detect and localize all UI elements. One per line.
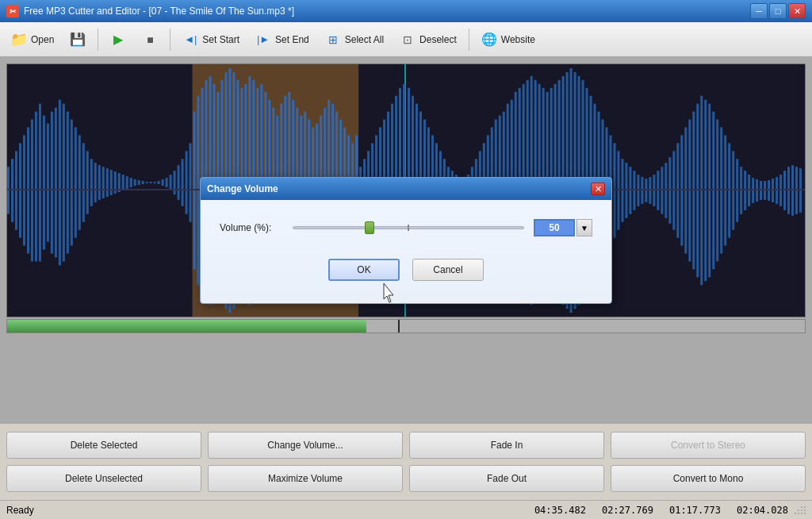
slider-track[interactable] <box>293 226 524 229</box>
close-button[interactable]: ✕ <box>788 3 806 19</box>
set-end-icon: |► <box>255 32 271 48</box>
svg-rect-212 <box>798 513 799 514</box>
status-time-1: 04:35.482 <box>534 505 586 516</box>
svg-rect-213 <box>801 513 802 514</box>
delete-unselected-button[interactable]: Delete Unselected <box>6 465 201 492</box>
status-times: 04:35.482 02:27.769 01:17.773 02:04.028 <box>534 505 788 516</box>
select-all-icon: ⊞ <box>325 32 341 48</box>
volume-input[interactable] <box>534 219 575 236</box>
svg-rect-207 <box>804 506 806 508</box>
svg-rect-208 <box>798 509 799 511</box>
status-time-3: 01:17.773 <box>669 505 721 516</box>
status-bar: Ready 04:35.482 02:27.769 01:17.773 02:0… <box>0 500 812 519</box>
resize-grip-icon <box>795 505 806 516</box>
slider-thumb[interactable] <box>365 221 374 234</box>
play-icon: ▶ <box>110 32 126 48</box>
cancel-button[interactable]: Cancel <box>412 259 484 281</box>
title-controls: ─ □ ✕ <box>750 3 806 19</box>
separator-1 <box>98 29 98 51</box>
status-time-2: 02:27.769 <box>602 505 653 516</box>
convert-to-mono-button[interactable]: Convert to Mono <box>611 465 806 492</box>
dialog-title-bar: Change Volume ✕ <box>201 178 611 200</box>
title-bar: ✂ Free MP3 Cutter and Editor - [07 - The… <box>0 0 812 22</box>
slider-midpoint <box>408 225 409 231</box>
change-volume-dialog: Change Volume ✕ Volume (%): ▼ <box>200 177 612 304</box>
svg-rect-214 <box>804 513 806 514</box>
status-time-4: 02:04.028 <box>737 505 788 516</box>
stop-icon: ■ <box>142 32 158 48</box>
set-start-button[interactable]: ◄| Set Start <box>176 26 246 53</box>
maximize-button[interactable]: □ <box>769 3 787 19</box>
save-icon: 💾 <box>70 32 86 48</box>
set-start-icon: ◄| <box>182 32 198 48</box>
play-button[interactable]: ▶ <box>104 26 132 53</box>
deselect-icon: ⊡ <box>400 32 416 48</box>
minimize-button[interactable]: ─ <box>750 3 768 19</box>
status-text: Ready <box>6 505 534 516</box>
modal-overlay: Change Volume ✕ Volume (%): ▼ <box>0 57 812 424</box>
svg-rect-210 <box>804 509 806 511</box>
change-volume-button[interactable]: Change Volume... <box>208 432 403 459</box>
delete-selected-button[interactable]: Delete Selected <box>6 432 201 459</box>
deselect-button[interactable]: ⊡ Deselect <box>393 26 463 53</box>
stop-button[interactable]: ■ <box>136 26 164 53</box>
set-end-button[interactable]: |► Set End <box>249 26 316 53</box>
dialog-buttons: OK Cancel <box>220 252 592 290</box>
volume-dropdown-button[interactable]: ▼ <box>576 219 592 236</box>
separator-2 <box>170 29 170 51</box>
volume-label: Volume (%): <box>220 222 283 233</box>
select-all-button[interactable]: ⊞ Select All <box>319 26 390 53</box>
folder-icon: 📁 <box>11 32 27 48</box>
svg-rect-211 <box>795 513 796 514</box>
ok-button[interactable]: OK <box>328 259 400 281</box>
title-bar-left: ✂ Free MP3 Cutter and Editor - [07 - The… <box>6 5 294 17</box>
svg-rect-209 <box>801 509 802 511</box>
website-icon: 🌐 <box>481 32 497 48</box>
toolbar: 📁 Open 💾 ▶ ■ ◄| Set Start |► Set End ⊞ S… <box>0 22 812 57</box>
dialog-close-button[interactable]: ✕ <box>591 183 605 195</box>
app-icon: ✂ <box>6 5 19 17</box>
action-buttons-area: Delete Selected Change Volume... Fade In… <box>0 424 812 500</box>
volume-slider-container[interactable] <box>293 220 524 236</box>
main-content: Change Volume ✕ Volume (%): ▼ <box>0 57 812 424</box>
dialog-body: Volume (%): ▼ OK Cancel <box>201 200 611 303</box>
fade-out-button[interactable]: Fade Out <box>409 465 604 492</box>
website-button[interactable]: 🌐 Website <box>475 26 542 53</box>
separator-3 <box>469 29 469 51</box>
open-button[interactable]: 📁 Open <box>5 26 60 53</box>
save-button[interactable]: 💾 <box>63 26 92 53</box>
convert-to-stereo-button[interactable]: Convert to Stereo <box>611 432 806 459</box>
volume-input-container: ▼ <box>534 219 592 236</box>
window-title: Free MP3 Cutter and Editor - [07 - The S… <box>24 6 294 17</box>
maximize-volume-button[interactable]: Maximize Volume <box>208 465 403 492</box>
volume-row: Volume (%): ▼ <box>220 219 592 236</box>
dialog-title: Change Volume <box>207 183 278 194</box>
fade-in-button[interactable]: Fade In <box>409 432 604 459</box>
svg-rect-206 <box>801 506 802 508</box>
